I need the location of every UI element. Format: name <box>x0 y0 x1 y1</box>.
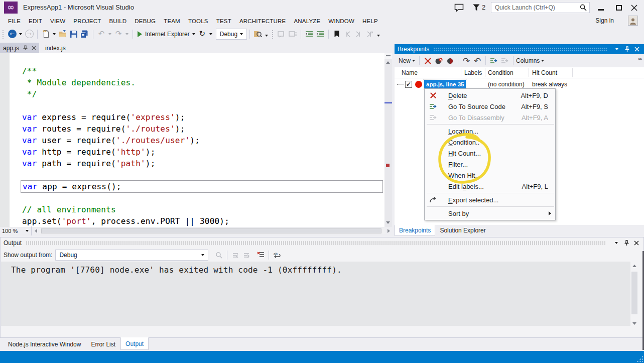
decrease-indent-icon[interactable] <box>305 29 314 40</box>
resize-grip[interactable] <box>636 355 643 362</box>
feedback-icon[interactable] <box>454 4 464 14</box>
menu-item-delete[interactable]: DeleteAlt+F9, D <box>425 90 555 101</box>
toolbar-grip-2[interactable] <box>272 30 274 39</box>
maximize-button[interactable] <box>611 0 626 15</box>
go-to-source-toolbar-icon[interactable] <box>489 55 498 66</box>
menu-item-edit-labels[interactable]: Edit labels...Alt+F9, L <box>425 181 555 192</box>
menu-window[interactable]: WINDOW <box>324 16 358 26</box>
pin-icon[interactable] <box>23 45 28 51</box>
menu-build[interactable]: BUILD <box>105 16 131 26</box>
menu-help[interactable]: HELP <box>358 16 382 26</box>
output-window-position-icon[interactable] <box>612 239 620 247</box>
delete-all-breakpoints-icon[interactable] <box>434 55 443 66</box>
bottom-tab-node-js-interactive-window[interactable]: Node.js Interactive Window <box>3 338 86 350</box>
tab-app-js[interactable]: app.js <box>0 43 39 53</box>
pin-window-icon[interactable] <box>623 45 631 53</box>
sign-in-link[interactable]: Sign in <box>595 17 614 24</box>
toolbar-overflow-icon[interactable]: ▸▸ <box>638 56 642 61</box>
output-pin-icon[interactable] <box>622 239 630 247</box>
panel-tab-breakpoints[interactable]: Breakpoints <box>395 225 435 236</box>
new-file-dropdown-icon[interactable] <box>53 33 56 35</box>
solution-config-dropdown[interactable]: Debug <box>216 29 247 40</box>
toolbar-grip[interactable] <box>2 30 5 39</box>
attach-to-process-icon[interactable] <box>253 29 263 40</box>
editor-zoom-level[interactable]: 100 % <box>0 228 24 234</box>
quick-launch-search[interactable]: Quick Launch (Ctrl+Q) <box>491 2 590 13</box>
menu-item-sort-by[interactable]: Sort by <box>425 208 555 219</box>
menu-view[interactable]: VIEW <box>46 16 69 26</box>
new-file-icon[interactable] <box>41 29 50 40</box>
output-source-dropdown[interactable]: Debug <box>55 250 208 261</box>
menu-project[interactable]: PROJECT <box>69 16 105 26</box>
new-breakpoint-button[interactable]: New <box>399 57 417 64</box>
close-tab-icon[interactable] <box>32 46 36 50</box>
close-button[interactable] <box>626 0 641 15</box>
menu-debug[interactable]: DEBUG <box>131 16 160 26</box>
browser-target-label[interactable]: Internet Explorer <box>145 31 190 38</box>
save-all-icon[interactable] <box>80 29 89 40</box>
menu-item-export-selected[interactable]: Export selected... <box>425 194 555 205</box>
zoom-dropdown-icon[interactable] <box>26 230 29 232</box>
scroll-up-icon[interactable] <box>386 61 390 64</box>
minimize-button[interactable] <box>593 0 608 15</box>
bottom-tab-output[interactable]: Output <box>120 337 149 350</box>
output-title-bar[interactable]: Output <box>1 237 643 249</box>
menu-item-hit-count[interactable]: Hit Count... <box>425 148 555 159</box>
menu-team[interactable]: TEAM <box>160 16 184 26</box>
breakpoints-title-bar[interactable]: Breakpoints <box>395 44 644 54</box>
output-close-icon[interactable] <box>632 239 640 247</box>
toolbar-options-icon[interactable] <box>265 35 268 37</box>
code-editor[interactable]: /** * Module dependencies. */var express… <box>0 53 384 227</box>
menu-item-go-to-source-code[interactable]: Go To Source CodeAlt+F9, S <box>425 101 555 112</box>
output-scroll-down-icon[interactable] <box>632 322 636 325</box>
notifications-flag-icon[interactable] <box>473 4 480 13</box>
hscroll-left-icon[interactable] <box>35 229 37 233</box>
save-icon[interactable] <box>69 29 78 40</box>
menu-item-filter[interactable]: Filter... <box>425 159 555 170</box>
menu-analyze[interactable]: ANALYZE <box>290 16 324 26</box>
output-text[interactable]: The program '[7760] node.exe' has exited… <box>1 262 630 326</box>
menu-architecture[interactable]: ARCHITECTURE <box>235 16 290 26</box>
increase-indent-icon[interactable] <box>316 29 325 40</box>
word-wrap-icon[interactable]: ab <box>273 250 282 261</box>
navigate-back-dropdown-icon[interactable] <box>19 33 22 35</box>
menu-item-when-hit[interactable]: When Hit... <box>425 170 555 181</box>
delete-breakpoint-icon[interactable] <box>423 55 432 66</box>
open-file-icon[interactable] <box>58 29 67 40</box>
menu-test[interactable]: TEST <box>212 16 235 26</box>
editor-horizontal-scrollbar[interactable] <box>39 228 385 234</box>
scroll-down-icon[interactable] <box>386 221 390 224</box>
refresh-icon[interactable]: ↻ <box>198 29 207 40</box>
columns-button[interactable]: Columns <box>516 57 546 64</box>
menu-tools[interactable]: TOOLS <box>184 16 212 26</box>
browser-dropdown-icon[interactable] <box>192 33 195 35</box>
hscroll-right-icon[interactable] <box>388 229 390 233</box>
menu-item-location[interactable]: Location... <box>425 126 555 137</box>
editor-splitter-handle[interactable] <box>384 53 392 59</box>
panel-tab-solution-explorer[interactable]: Solution Explorer <box>435 225 490 236</box>
column-header-labels[interactable]: Labels <box>464 67 482 78</box>
column-header-name[interactable]: Name <box>402 67 418 78</box>
window-position-icon[interactable] <box>613 45 621 53</box>
output-scrollbar[interactable] <box>630 262 639 327</box>
tab-index-js[interactable]: index.js <box>42 43 69 53</box>
bookmark-icon[interactable] <box>332 29 341 40</box>
import-breakpoints-icon[interactable]: ↶ <box>473 55 482 66</box>
menu-file[interactable]: FILE <box>4 16 25 26</box>
toolbar-options2-icon[interactable] <box>377 35 380 37</box>
close-window-icon[interactable] <box>633 45 641 53</box>
breakpoint-checkbox[interactable]: ✓ <box>405 81 412 88</box>
menu-item-condition[interactable]: Condition.. <box>425 137 555 148</box>
column-header-hit-count[interactable]: Hit Count <box>532 67 557 78</box>
breakpoint-name[interactable]: app.js, line 35 <box>424 80 466 89</box>
refresh-dropdown-icon[interactable] <box>209 33 212 35</box>
export-breakpoints-icon[interactable]: ↷ <box>462 55 471 66</box>
clear-all-icon[interactable] <box>256 250 265 261</box>
output-scroll-up-icon[interactable] <box>632 265 636 267</box>
bottom-tab-error-list[interactable]: Error List <box>86 338 120 350</box>
editor-vertical-scrollbar[interactable] <box>384 53 392 227</box>
toggle-all-breakpoints-icon[interactable] <box>445 55 454 66</box>
user-avatar[interactable] <box>628 16 638 26</box>
navigate-back-icon[interactable]: ← <box>8 29 17 40</box>
output-scroll-thumb[interactable] <box>631 272 637 314</box>
